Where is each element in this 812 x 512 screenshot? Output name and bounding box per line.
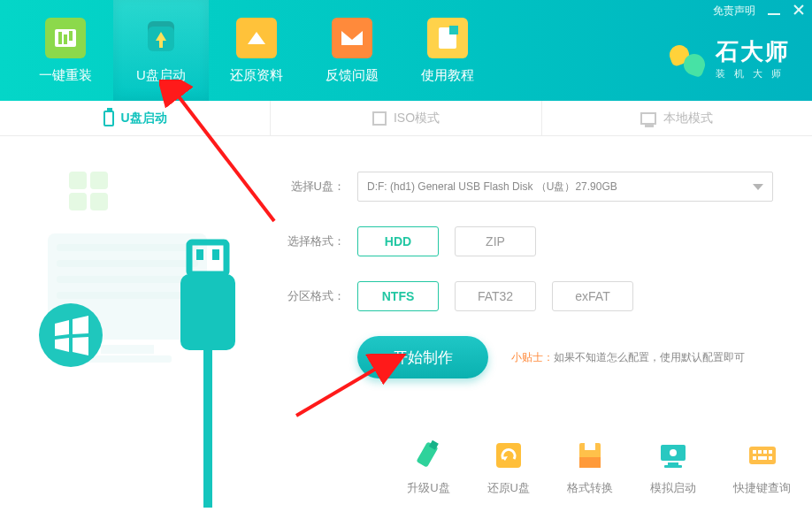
svg-rect-8 bbox=[57, 260, 198, 267]
svg-rect-26 bbox=[668, 462, 678, 465]
disk-select-value: D:F: (hd1) General USB Flash Disk （U盘）27… bbox=[367, 180, 617, 195]
illustration bbox=[0, 136, 274, 512]
minimize-button[interactable] bbox=[768, 5, 780, 18]
tool-shortcut[interactable]: 快捷键查询 bbox=[733, 439, 791, 496]
feedback-icon bbox=[332, 18, 372, 58]
window-controls: 免责声明 bbox=[713, 4, 805, 19]
tab-label: 本地模式 bbox=[663, 111, 713, 126]
tutorial-icon bbox=[427, 18, 468, 58]
tool-upgrade-usb[interactable]: 升级U盘 bbox=[407, 439, 449, 496]
svg-rect-33 bbox=[769, 450, 772, 454]
disk-select[interactable]: D:F: (hd1) General USB Flash Disk （U盘）27… bbox=[357, 172, 773, 202]
reinstall-icon bbox=[45, 18, 86, 58]
close-icon bbox=[793, 4, 805, 16]
svg-rect-11 bbox=[101, 345, 154, 354]
nav-restore[interactable]: 还原资料 bbox=[209, 0, 304, 101]
tab-iso-mode[interactable]: ISO模式 bbox=[271, 101, 541, 135]
fs-label: 分区格式： bbox=[274, 288, 345, 304]
nav-label: 反馈问题 bbox=[326, 67, 379, 84]
svg-point-13 bbox=[39, 303, 103, 367]
shortcut-icon bbox=[747, 439, 778, 471]
tool-label: 格式转换 bbox=[567, 480, 613, 496]
workspace: 选择U盘： D:F: (hd1) General USB Flash Disk … bbox=[0, 136, 812, 512]
tab-local-mode[interactable]: 本地模式 bbox=[542, 101, 812, 135]
mode-tabs: U盘启动 ISO模式 本地模式 bbox=[0, 101, 812, 136]
nav-label: 使用教程 bbox=[421, 67, 474, 84]
logo-icon bbox=[666, 38, 707, 79]
svg-rect-35 bbox=[758, 456, 767, 460]
svg-rect-31 bbox=[758, 450, 762, 454]
start-button[interactable]: 开始制作 bbox=[357, 336, 488, 378]
minimize-icon bbox=[768, 13, 780, 15]
chevron-down-icon bbox=[753, 184, 763, 190]
svg-rect-36 bbox=[769, 456, 772, 460]
format-option-hdd[interactable]: HDD bbox=[357, 226, 439, 256]
restore-usb-icon bbox=[493, 439, 525, 471]
svg-point-28 bbox=[670, 449, 677, 456]
nav-tutorial[interactable]: 使用教程 bbox=[400, 0, 495, 101]
logo-subtitle: 装机大师 bbox=[716, 67, 790, 80]
svg-rect-30 bbox=[753, 450, 756, 454]
fs-option-ntfs[interactable]: NTFS bbox=[357, 281, 439, 311]
svg-rect-23 bbox=[579, 457, 601, 468]
tab-label: ISO模式 bbox=[394, 111, 440, 126]
close-button[interactable] bbox=[793, 4, 805, 19]
sim-boot-icon bbox=[657, 439, 689, 471]
main-nav: 一键重装 U盘启动 还原资料 反馈问题 使用教程 bbox=[0, 0, 495, 101]
tip: 小贴士： 如果不知道怎么配置，使用默认配置即可 bbox=[511, 350, 745, 365]
svg-rect-15 bbox=[196, 249, 203, 260]
tool-convert[interactable]: 格式转换 bbox=[567, 439, 613, 496]
tip-text: 如果不知道怎么配置，使用默认配置即可 bbox=[554, 350, 745, 365]
nav-usb-boot[interactable]: U盘启动 bbox=[113, 0, 209, 101]
svg-rect-9 bbox=[57, 276, 198, 283]
tab-label: U盘启动 bbox=[121, 111, 167, 126]
bottom-tools: 升级U盘 还原U盘 格式转换 模拟启动 bbox=[407, 439, 791, 496]
tool-label: 升级U盘 bbox=[407, 480, 449, 496]
svg-rect-4 bbox=[69, 193, 87, 210]
svg-rect-2 bbox=[69, 172, 87, 189]
svg-rect-18 bbox=[203, 350, 212, 508]
form-area: 选择U盘： D:F: (hd1) General USB Flash Disk … bbox=[274, 136, 812, 512]
disclaimer-link[interactable]: 免责声明 bbox=[713, 4, 755, 19]
convert-icon bbox=[574, 439, 606, 471]
tool-restore-usb[interactable]: 还原U盘 bbox=[487, 439, 530, 496]
usb-boot-icon bbox=[141, 18, 181, 58]
svg-rect-29 bbox=[749, 447, 776, 464]
svg-rect-34 bbox=[753, 456, 756, 460]
svg-rect-24 bbox=[585, 443, 595, 450]
nav-label: U盘启动 bbox=[136, 67, 186, 84]
disk-label: 选择U盘： bbox=[274, 179, 345, 195]
tool-label: 还原U盘 bbox=[487, 480, 530, 496]
nav-reinstall[interactable]: 一键重装 bbox=[18, 0, 113, 101]
iso-icon bbox=[372, 111, 387, 126]
tool-sim-boot[interactable]: 模拟启动 bbox=[650, 439, 696, 496]
svg-rect-27 bbox=[664, 465, 682, 468]
svg-rect-32 bbox=[763, 450, 767, 454]
format-label: 选择格式： bbox=[274, 233, 345, 249]
upgrade-usb-icon bbox=[412, 439, 444, 471]
tip-label: 小贴士： bbox=[511, 350, 554, 365]
svg-rect-10 bbox=[57, 292, 198, 299]
svg-rect-17 bbox=[180, 274, 235, 350]
fs-option-fat32[interactable]: FAT32 bbox=[455, 281, 536, 311]
restore-icon bbox=[236, 18, 277, 58]
svg-rect-12 bbox=[83, 355, 172, 363]
svg-rect-21 bbox=[496, 443, 521, 468]
svg-rect-16 bbox=[212, 249, 219, 260]
svg-rect-5 bbox=[90, 193, 108, 210]
tool-label: 模拟启动 bbox=[650, 480, 696, 496]
nav-feedback[interactable]: 反馈问题 bbox=[304, 0, 400, 101]
logo-title: 石大师 bbox=[716, 36, 790, 67]
nav-label: 一键重装 bbox=[39, 67, 92, 84]
svg-rect-3 bbox=[90, 172, 108, 189]
app-header: 免责声明 一键重装 U盘启动 还原资料 反馈问题 bbox=[0, 0, 812, 101]
svg-rect-7 bbox=[57, 244, 198, 251]
tab-usb-boot[interactable]: U盘启动 bbox=[0, 101, 271, 135]
nav-label: 还原资料 bbox=[230, 67, 283, 84]
fs-option-exfat[interactable]: exFAT bbox=[552, 281, 633, 311]
usb-icon bbox=[103, 111, 114, 126]
format-option-zip[interactable]: ZIP bbox=[455, 226, 536, 256]
local-icon bbox=[640, 112, 656, 125]
tool-label: 快捷键查询 bbox=[733, 480, 791, 496]
